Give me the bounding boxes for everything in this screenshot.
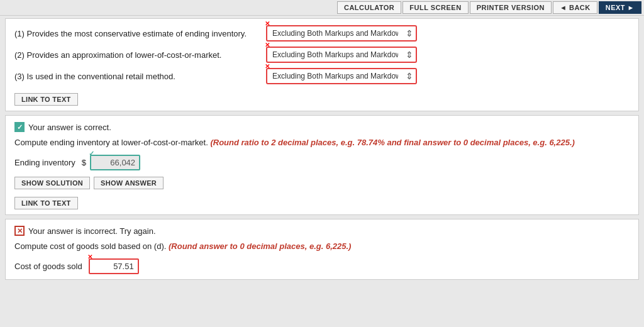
section3-instruction: Compute cost of goods sold based on (d).… [14, 241, 630, 252]
question-3-number: (3) [14, 72, 25, 81]
question-2-number: (2) [14, 50, 25, 60]
printer-button[interactable]: PRINTER VERSION [470, 1, 552, 14]
show-answer-button[interactable]: SHOW ANSWER [94, 177, 164, 189]
next-button[interactable]: NEXT ► [599, 1, 641, 14]
dropdown-3[interactable]: Excluding Both Markups and Markdowns. In… [266, 68, 417, 84]
ending-inventory-label: Ending inventory [14, 158, 75, 167]
cost-goods-input-wrapper: 57.51 [89, 258, 139, 274]
x-icon: ✕ [14, 226, 25, 236]
select-wrapper-1: Excluding Both Markups and Markdowns. In… [266, 25, 417, 42]
dollar-sign: $ [82, 158, 86, 167]
cost-goods-label: Cost of goods sold [14, 262, 82, 271]
ending-inventory-input[interactable]: 66,042 [90, 155, 140, 170]
question-1-number: (1) [14, 29, 25, 38]
question-2-text: (2) Provides an approximation of lower-o… [14, 50, 260, 60]
dropdown-2[interactable]: Excluding Both Markups and Markdowns. In… [266, 47, 417, 63]
correct-text: Your answer is correct. [28, 123, 111, 132]
fullscreen-button[interactable]: FULL SCREEN [402, 1, 468, 14]
cost-goods-row: Cost of goods sold 57.51 [14, 258, 630, 274]
cost-goods-input[interactable]: 57.51 [89, 258, 139, 274]
select-wrapper-3: Excluding Both Markups and Markdowns. In… [266, 68, 417, 84]
question-item-3: (3) Is used in the conventional retail m… [14, 68, 630, 84]
ending-inventory-row: Ending inventory $ 66,042 [14, 155, 630, 170]
question-1-text: (1) Provides the most conservative estim… [14, 29, 260, 38]
main-content: (1) Provides the most conservative estim… [0, 16, 644, 286]
link-to-text-button-1[interactable]: LINK TO TEXT [14, 93, 78, 106]
calculator-button[interactable]: CALCULATOR [337, 1, 401, 14]
instruction-hint: (Round ratio to 2 decimal places, e.g. 7… [210, 138, 574, 147]
section3-hint: (Round answer to 0 decimal places, e.g. … [169, 241, 351, 251]
link-to-text-button-2[interactable]: LINK TO TEXT [14, 197, 78, 209]
question-3-text: (3) Is used in the conventional retail m… [14, 72, 260, 81]
checkmark-icon: ✓ [14, 122, 25, 132]
instruction-main: Compute ending inventory at lower-of-cos… [14, 138, 208, 147]
back-button[interactable]: ◄ BACK [553, 1, 597, 14]
show-solution-button[interactable]: SHOW SOLUTION [14, 177, 90, 189]
section1-card: (1) Provides the most conservative estim… [5, 18, 639, 111]
section3-card: ✕ Your answer is incorrect. Try again. C… [5, 219, 639, 280]
section2-btn-row: SHOW SOLUTION SHOW ANSWER [14, 177, 630, 189]
select-wrapper-2: Excluding Both Markups and Markdowns. In… [266, 47, 417, 63]
question-item-1: (1) Provides the most conservative estim… [14, 25, 630, 42]
ending-inventory-input-wrapper: 66,042 [90, 155, 140, 170]
correct-header: ✓ Your answer is correct. [14, 122, 630, 132]
section3-instruction-main: Compute cost of goods sold based on (d). [14, 241, 166, 251]
toolbar: CALCULATOR FULL SCREEN PRINTER VERSION ◄… [0, 0, 644, 16]
incorrect-text: Your answer is incorrect. Try again. [28, 226, 156, 236]
dropdown-1[interactable]: Excluding Both Markups and Markdowns. In… [266, 25, 417, 42]
question-item-2: (2) Provides an approximation of lower-o… [14, 47, 630, 63]
section2-card: ✓ Your answer is correct. Compute ending… [5, 115, 639, 215]
section2-instruction: Compute ending inventory at lower-of-cos… [14, 137, 630, 148]
incorrect-header: ✕ Your answer is incorrect. Try again. [14, 226, 630, 236]
